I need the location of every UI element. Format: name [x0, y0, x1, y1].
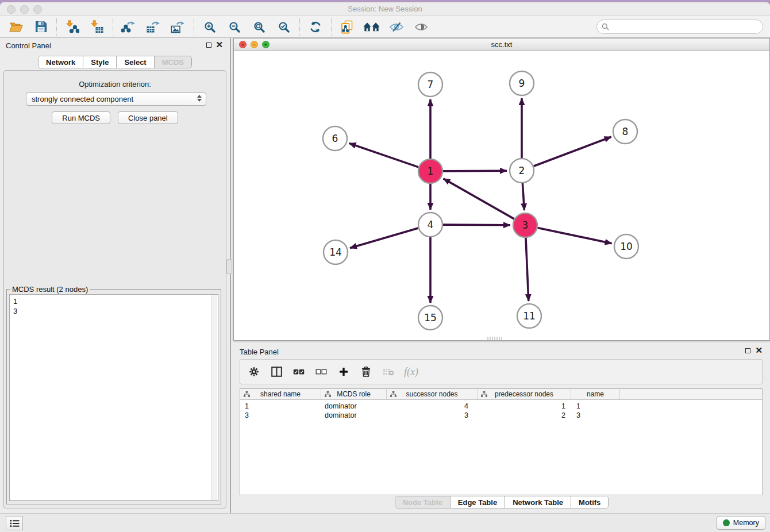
graph-edge-2-3[interactable] — [522, 183, 524, 210]
import-table-button[interactable] — [88, 18, 106, 36]
table-row[interactable]: 3dominator323 — [240, 411, 762, 420]
tab-edge-table[interactable]: Edge Table — [451, 496, 505, 508]
task-history-button[interactable] — [6, 516, 23, 530]
graph-edge-3-1[interactable] — [444, 179, 514, 219]
close-panel-button[interactable]: Close panel — [118, 111, 178, 124]
tab-select[interactable]: Select — [117, 56, 154, 68]
graph-edge-1-6[interactable] — [349, 143, 419, 167]
titlebar[interactable]: Session: New Session — [0, 2, 770, 16]
graph-node-2[interactable]: 2 — [510, 159, 534, 183]
zoom-out-button[interactable] — [225, 18, 244, 36]
panel-splitter[interactable] — [230, 38, 231, 513]
tab-network[interactable]: Network — [38, 56, 83, 68]
export-network-button[interactable] — [120, 18, 138, 36]
tab-style[interactable]: Style — [83, 56, 117, 68]
graph-edge-1-2[interactable] — [443, 171, 507, 171]
delete-column-button[interactable] — [359, 364, 373, 380]
function-builder-button[interactable]: f(x) — [404, 364, 418, 380]
table-cell[interactable]: 3 — [571, 411, 620, 420]
column-header-name[interactable]: name — [571, 389, 620, 399]
app-window: Session: New Session — [0, 2, 770, 532]
zoom-selected-button[interactable] — [275, 18, 293, 36]
export-table-button[interactable] — [144, 18, 163, 36]
table-row[interactable]: 1dominator411 — [240, 402, 762, 411]
network-canvas[interactable]: 7968124314101511 — [234, 51, 769, 340]
toolbar-separator — [331, 18, 332, 36]
graph-node-1[interactable]: 1 — [418, 159, 442, 183]
graph-edge-2-8[interactable] — [534, 137, 611, 166]
home-button[interactable] — [363, 18, 381, 36]
node-table[interactable]: shared nameMCDS rolesuccessor nodesprede… — [240, 388, 763, 495]
graph-node-15[interactable]: 15 — [418, 306, 442, 330]
tab-mcds[interactable]: MCDS — [155, 56, 191, 68]
show-graphics-details-button[interactable] — [412, 18, 430, 36]
table-settings-button[interactable] — [247, 364, 261, 380]
search-field[interactable] — [596, 20, 763, 34]
refresh-icon — [309, 21, 322, 33]
run-mcds-button[interactable]: Run MCDS — [52, 111, 110, 124]
hide-graphics-details-button[interactable] — [387, 18, 406, 36]
graph-node-8[interactable]: 8 — [613, 119, 637, 144]
mcds-result-textarea[interactable]: 13 — [9, 294, 218, 501]
save-session-button[interactable] — [32, 18, 50, 36]
scrollbar[interactable] — [211, 295, 217, 500]
refresh-layout-button[interactable] — [306, 18, 325, 36]
table-cell[interactable]: 1 — [478, 402, 571, 411]
split-view-button[interactable] — [270, 364, 283, 380]
toolbar-separator — [299, 18, 300, 36]
criterion-dropdown[interactable]: strongly connected component — [26, 92, 206, 106]
network-window-titlebar[interactable]: × − + scc.txt — [234, 38, 769, 51]
network-view-window[interactable]: × − + scc.txt 7968124314101511 — [233, 38, 770, 341]
column-header-shared-name[interactable]: shared name — [240, 389, 321, 399]
column-header-mcds-role[interactable]: MCDS role — [321, 389, 387, 399]
float-panel-icon[interactable] — [206, 43, 211, 48]
graph-node-11[interactable]: 11 — [517, 304, 541, 328]
graph-node-7[interactable]: 7 — [418, 72, 442, 97]
tab-motifs[interactable]: Motifs — [571, 496, 608, 508]
column-header-predecessor-nodes[interactable]: predecessor nodes — [478, 389, 571, 399]
select-all-button[interactable] — [292, 364, 306, 380]
float-panel-icon[interactable] — [745, 348, 750, 353]
graph-node-6[interactable]: 6 — [323, 126, 347, 151]
import-network-button[interactable] — [63, 18, 82, 36]
graph-node-4[interactable]: 4 — [418, 213, 442, 237]
deselect-all-button[interactable] — [314, 364, 328, 380]
tab-network-table[interactable]: Network Table — [505, 496, 571, 508]
toolbar-separator — [194, 18, 194, 36]
graph-edge-4-14[interactable] — [350, 228, 418, 248]
graph-edge-4-3[interactable] — [443, 225, 510, 225]
table-cell[interactable]: dominator — [321, 402, 387, 411]
table-cell[interactable]: 1 — [240, 402, 321, 411]
zoom-fit-button[interactable] — [250, 18, 268, 36]
close-panel-icon[interactable]: ✕ — [215, 40, 223, 50]
splitter-grip[interactable] — [226, 259, 232, 274]
graph-node-10[interactable]: 10 — [614, 234, 638, 259]
graph-node-14[interactable]: 14 — [324, 240, 348, 264]
graph-edge-3-10[interactable] — [538, 228, 612, 244]
zoom-in-icon — [204, 21, 215, 33]
add-column-button[interactable] — [337, 364, 351, 380]
splitter-grip[interactable] — [487, 337, 502, 340]
open-file-button[interactable] — [7, 18, 25, 36]
search-input[interactable] — [612, 21, 763, 33]
table-header-row: shared nameMCDS rolesuccessor nodesprede… — [240, 389, 762, 400]
delete-table-button[interactable] — [382, 364, 395, 380]
memory-button[interactable]: Memory — [717, 516, 765, 530]
column-header-successor-nodes[interactable]: successor nodes — [387, 389, 478, 399]
toolbar-separator — [113, 18, 113, 36]
export-image-button[interactable] — [169, 18, 187, 36]
close-panel-icon[interactable]: ✕ — [755, 345, 763, 356]
network-graph[interactable]: 7968124314101511 — [234, 51, 769, 341]
table-cell[interactable]: 3 — [387, 411, 478, 420]
tab-node-table[interactable]: Node Table — [395, 496, 451, 508]
graph-edge-3-11[interactable] — [526, 238, 529, 301]
table-cell[interactable]: 1 — [571, 402, 620, 411]
graph-node-3[interactable]: 3 — [513, 213, 537, 237]
copy-network-button[interactable] — [338, 18, 356, 36]
table-cell[interactable]: 3 — [240, 411, 321, 420]
table-cell[interactable]: dominator — [321, 411, 387, 420]
table-cell[interactable]: 4 — [387, 402, 478, 411]
graph-node-9[interactable]: 9 — [510, 71, 534, 95]
table-cell[interactable]: 2 — [478, 411, 571, 420]
zoom-in-button[interactable] — [201, 18, 219, 36]
